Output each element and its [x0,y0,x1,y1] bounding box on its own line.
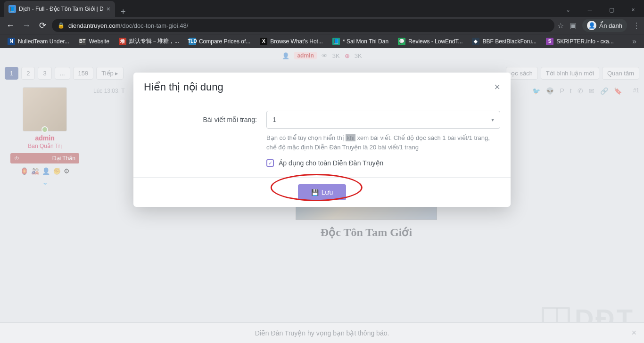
username[interactable]: admin [5,134,85,142]
tumblr-icon[interactable]: t [570,87,572,95]
select-caret-icon: ▾ [491,116,494,123]
bookmark-item[interactable]: ◆BBF BestBlackForu... [468,35,540,47]
notification-bar: Diễn Đàn Truyện hy vọng bạn bật thông bá… [0,322,644,343]
online-indicator-icon [41,126,48,133]
bookmarks-bar: NNulledTeam Under...BTWebsite堆默认专辑－堆糖，..… [0,34,644,48]
notification-close-icon[interactable]: × [631,328,636,338]
tab-title: Dịch - Full - Độc Tôn Tam Giới | D [19,6,104,12]
email-icon[interactable]: ✉ [589,87,594,95]
display-settings-modal: Hiển thị nội dung × Bài viết mỗi trang: … [133,73,511,207]
page-number-button[interactable]: 1 [5,67,18,80]
forward-button[interactable]: → [20,19,33,32]
user-role: Ban Quản Trị [5,143,85,149]
browser-tab[interactable]: 📘 Dịch - Full - Độc Tôn Tam Giới | D × [4,1,115,17]
bookmark-item[interactable]: TLDCompare Prices of... [185,35,254,47]
chevron-down-icon[interactable]: ⌄ [557,3,579,17]
book-open-icon [542,307,570,330]
page-number-button[interactable]: 3 [38,67,51,80]
bookmark-item[interactable]: NNulledTeam Under... [4,35,73,47]
user-rank-badge: ♔Đại Thần [10,153,79,163]
help-text: Bạn có thể tùy chọn hiển thị khi xem bài… [266,133,500,152]
thread-meta: 👤 admin 👁3K ⊕3K [5,51,639,64]
bookmark-item[interactable]: BTWebsite [75,35,113,47]
incognito-icon: 👤 [587,21,596,30]
notification-text: Diễn Đàn Truyện hy vọng bạn bật thông bá… [255,329,389,337]
tab-favicon-icon: 📘 [8,5,16,13]
user-panel: admin Ban Quản Trị ♔Đại Thần 🏮🎎👤✊⚙ ⌄ [5,87,85,239]
browser-titlebar: 📘 Dịch - Full - Độc Tôn Tam Giới | D × +… [0,0,644,17]
maximize-icon[interactable]: ▢ [601,3,622,17]
modal-close-icon[interactable]: × [494,81,500,93]
next-page-button[interactable]: Tiếp ▸ [96,67,124,80]
apply-all-label: Áp dụng cho toàn Diễn Đàn Truyện [279,159,383,167]
save-icon: 💾 [311,189,319,196]
lock-icon: 🔒 [58,22,65,29]
pinterest-icon[interactable]: P [560,87,564,95]
posts-per-page-label: Bài viết mỗi trang: [144,116,257,123]
bookmark-item[interactable]: SSKRIPTER.info - ска... [542,35,618,47]
avatar[interactable] [23,87,67,131]
page-content: 👤 admin 👁3K ⊕3K 123...159 Tiếp ▸ ọc sách… [0,48,644,343]
bookmarks-overflow-icon[interactable]: » [628,35,640,48]
watch-button[interactable]: Quan tâm [602,67,639,80]
bookmark-icon[interactable]: 🔖 [614,87,622,95]
url-path: /doc/doc-ton-tam-gioi.48/ [121,22,189,29]
window-controls: ⌄ ─ ▢ × [557,3,644,17]
bookmark-item[interactable]: XBrowse What's Hot... [256,35,327,47]
twitter-icon[interactable]: 🐦 [532,87,540,95]
incognito-badge[interactable]: 👤 Ẩn danh [582,19,627,32]
latest-comment-button[interactable]: Tới bình luận mới [541,67,599,80]
reddit-icon[interactable]: 👽 [546,87,554,95]
author-badge: admin [294,52,316,59]
close-window-icon[interactable]: × [622,3,644,17]
url-domain: diendantruyen.com [68,22,121,29]
tab-close-icon[interactable]: × [107,5,110,13]
address-bar: ← → ⟳ 🔒 diendantruyen.com/doc/doc-ton-ta… [0,17,644,34]
bookmark-item[interactable]: 💬Reviews - LowEndT... [394,35,466,47]
new-tab-button[interactable]: + [115,7,132,17]
post-number[interactable]: #1 [633,87,639,95]
save-button[interactable]: 💾 Lưu [298,184,347,200]
menu-icon[interactable]: ⋮ [633,21,640,30]
user-badges: 🏮🎎👤✊⚙ [5,167,85,175]
modal-title: Hiển thị nội dung [144,81,223,93]
book-title: Độc Tôn Tam Giới [93,226,639,239]
apply-all-checkbox[interactable]: ✓ [266,159,274,167]
watermark: DĐT [542,303,635,334]
page-number-button[interactable]: 159 [73,67,94,80]
panel-icon[interactable]: ▣ [570,21,577,30]
page-number-button[interactable]: 2 [21,67,35,80]
url-box[interactable]: 🔒 diendantruyen.com/doc/doc-ton-tam-gioi… [52,19,554,32]
bookmark-item[interactable]: 堆默认专辑－堆糖，... [115,35,183,47]
expand-user-icon[interactable]: ⌄ [5,178,85,187]
post-timestamp: Lúc 13:03, T [93,88,125,94]
link-icon[interactable]: 🔗 [600,87,608,95]
read-mode-button[interactable]: ọc sách [506,67,538,80]
page-number-button[interactable]: ... [55,67,70,80]
bookmark-item[interactable]: 📘* Sai Mon Thi Dan [329,35,392,47]
whatsapp-icon[interactable]: ✆ [578,87,583,95]
posts-per-page-select[interactable]: 1 ▾ [266,111,500,129]
back-button[interactable]: ← [4,19,17,32]
minimize-icon[interactable]: ─ [579,3,601,17]
reload-button[interactable]: ⟳ [36,19,49,32]
star-icon[interactable]: ☆ [557,21,564,30]
